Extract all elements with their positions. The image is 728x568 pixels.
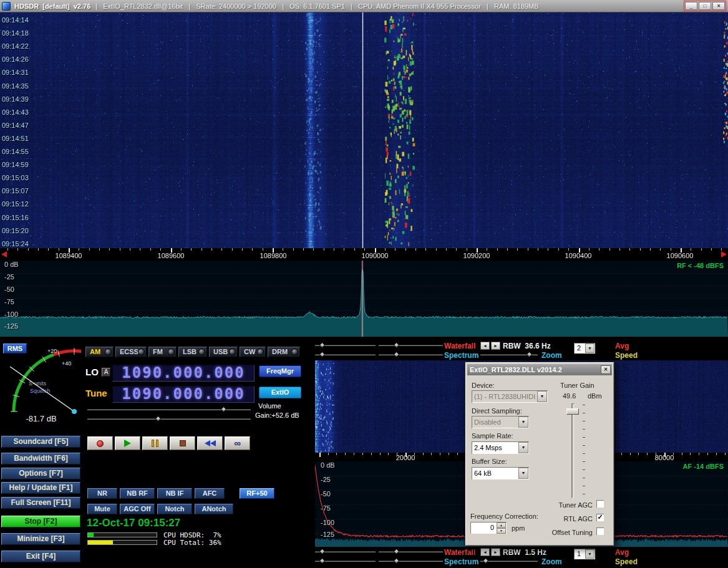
agc-off-button[interactable]: AGC Off	[120, 504, 155, 514]
record-icon	[97, 440, 104, 447]
af-waterfall-upper-slider[interactable]	[315, 549, 376, 554]
rf-plus50-button[interactable]: RF+50	[240, 488, 274, 499]
rtl-agc-checkbox[interactable]: ✓	[596, 514, 604, 521]
direct-sampling-select[interactable]: Disabled ▼	[472, 416, 529, 428]
stop-playback-button[interactable]	[170, 436, 195, 450]
af-spectrum-upper-slider[interactable]	[315, 558, 376, 564]
gain-slider-thumb[interactable]	[155, 416, 162, 422]
extio-dialog-titlebar[interactable]: ExtIO_RTL2832.DLL v2014.2 ✕	[467, 364, 612, 375]
rbw-decrease-button[interactable]: ◄	[480, 342, 490, 350]
rf-zoom-slider-thumb[interactable]	[527, 352, 533, 358]
rf-waterfall[interactable]: 09:14:14 09:14:18 09:14:22 09:14:26 09:1…	[0, 12, 728, 248]
af-zoom-slider[interactable]	[480, 558, 538, 564]
rf-spectrum-canvas[interactable]	[0, 261, 728, 337]
rf-waterfall-lower-slider[interactable]	[379, 342, 443, 348]
tuner-agc-checkbox[interactable]	[596, 500, 604, 508]
rf-spectrum-lower-slider[interactable]	[379, 352, 443, 357]
chevron-down-icon[interactable]: ▼	[518, 442, 528, 453]
mode-drm[interactable]: DRM	[268, 347, 300, 357]
volume-slider[interactable]	[87, 407, 251, 412]
af-rbw-decrease-button[interactable]: ◄	[480, 548, 490, 556]
maximize-button[interactable]: □	[699, 2, 711, 10]
nb-rf-button[interactable]: NB RF	[120, 488, 155, 499]
slider-thumb[interactable]	[319, 558, 325, 564]
rbw-increase-button[interactable]: ►	[491, 342, 500, 350]
s-meter-plus40-label: +40	[62, 360, 71, 367]
mode-fm[interactable]: FM	[148, 347, 177, 357]
minimize-app-button[interactable]: Minimize [F3]	[1, 533, 80, 545]
mode-lsb[interactable]: LSB	[178, 347, 207, 357]
close-button[interactable]: ✕	[712, 2, 725, 10]
freqmgr-button[interactable]: FreqMgr	[259, 365, 301, 377]
slider-thumb[interactable]	[393, 352, 399, 358]
rf-spectrum-upper-slider[interactable]	[315, 352, 376, 357]
rf-frequency-scale[interactable]: 1089400 1089600 1089800 1090000 1090200 …	[0, 248, 728, 261]
buffer-size-select[interactable]: 64 kB ▼	[472, 467, 529, 479]
af-zoom-slider-thumb[interactable]	[482, 558, 488, 564]
slider-thumb[interactable]	[393, 549, 399, 555]
volume-slider-thumb[interactable]	[220, 407, 226, 413]
afc-button[interactable]: AFC	[195, 488, 225, 499]
mode-am[interactable]: AM	[85, 347, 114, 357]
help-update-button[interactable]: Help / Update [F1]	[1, 482, 80, 494]
chevron-down-icon[interactable]: ▼	[537, 391, 547, 402]
record-button[interactable]	[87, 436, 113, 450]
slider-thumb[interactable]	[319, 352, 325, 358]
notch-button[interactable]: Notch	[157, 504, 192, 514]
slider-thumb[interactable]	[393, 342, 399, 349]
soundcard-button[interactable]: Soundcard [F5]	[1, 436, 80, 448]
offset-tuning-checkbox[interactable]	[596, 527, 604, 535]
extio-dialog-close-button[interactable]: ✕	[601, 365, 611, 374]
slider-thumb[interactable]	[319, 549, 325, 555]
device-select[interactable]: (1) - RTL2838UHIDI ▼	[472, 390, 548, 403]
nr-button[interactable]: NR	[87, 488, 117, 499]
chevron-down-icon[interactable]: ▼	[518, 416, 528, 428]
spin-up-icon[interactable]: ▲	[497, 522, 506, 528]
scale-right-arrow-icon[interactable]	[721, 251, 727, 258]
loop-button[interactable]: ∞	[225, 436, 250, 450]
anotch-button[interactable]: ANotch	[195, 504, 233, 514]
chevron-down-icon[interactable]: ▼	[585, 344, 595, 353]
af-rbw-increase-button[interactable]: ►	[491, 548, 500, 556]
mode-ecss[interactable]: ECSS	[115, 347, 147, 357]
extio-button[interactable]: ExtIO	[259, 387, 301, 398]
af-avg-select[interactable]: 1 ▼	[574, 549, 595, 559]
af-waterfall-lower-slider[interactable]	[379, 549, 443, 554]
rf-avg-select[interactable]: 2 ▼	[574, 343, 595, 354]
chevron-down-icon[interactable]: ▼	[518, 468, 528, 479]
scale-left-arrow-icon[interactable]	[1, 251, 7, 258]
tuner-gain-slider[interactable]	[564, 403, 585, 498]
rf-spectrum[interactable]: 0 dB -25 -50 -75 -100 -125 RF < -48 dBFS	[0, 261, 728, 337]
mode-usb[interactable]: USB	[209, 347, 238, 357]
minimize-button[interactable]: _	[685, 2, 697, 10]
tune-frequency-display[interactable]: 1090.000.000	[112, 386, 255, 403]
rf-waterfall-canvas[interactable]	[0, 12, 728, 248]
rf-waterfall-upper-slider[interactable]	[315, 342, 376, 348]
nb-if-button[interactable]: NB IF	[157, 488, 192, 499]
mute-button[interactable]: Mute	[87, 504, 117, 514]
lo-frequency-display[interactable]: 1090.000.000	[112, 365, 255, 382]
rewind-button[interactable]	[197, 436, 223, 450]
mode-cw[interactable]: CW	[240, 347, 266, 357]
full-screen-button[interactable]: Full Screen [F11]	[1, 497, 80, 509]
slider-thumb[interactable]	[319, 342, 325, 349]
freq-correction-input[interactable]: 0 ▲ ▼	[470, 522, 507, 534]
bandwidth-button[interactable]: Bandwidth [F6]	[1, 453, 80, 465]
s-meter-plus20-label: +20	[47, 348, 57, 354]
chevron-down-icon[interactable]: ▼	[585, 549, 595, 559]
exit-button[interactable]: Exit [F4]	[1, 551, 80, 562]
options-button[interactable]: Options [F7]	[1, 468, 80, 479]
rx-channel-button[interactable]: A	[102, 368, 110, 377]
tuner-gain-slider-thumb[interactable]	[566, 408, 579, 415]
meter-mode-button[interactable]: RMS	[3, 344, 27, 354]
sample-rate-select[interactable]: 2.4 Msps ▼	[472, 441, 529, 454]
af-spectrum-lower-slider[interactable]	[379, 558, 443, 564]
stop-button[interactable]: Stop [F2]	[1, 516, 80, 527]
rf-zoom-slider[interactable]	[480, 352, 538, 357]
waterfall-timestamp: 09:14:51	[2, 135, 29, 142]
pause-button[interactable]	[142, 436, 168, 450]
slider-thumb[interactable]	[393, 558, 399, 564]
spin-down-icon[interactable]: ▼	[497, 528, 506, 534]
gain-slider[interactable]	[87, 416, 251, 421]
play-button[interactable]	[115, 436, 140, 450]
